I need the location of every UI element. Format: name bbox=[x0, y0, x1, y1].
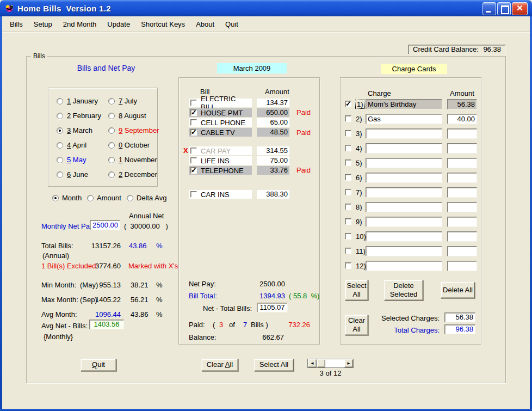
bill-row-life-ins[interactable]: LIFE INS bbox=[189, 156, 252, 165]
monthly-net-pay-input[interactable] bbox=[90, 220, 120, 230]
month-radio-may[interactable]: 5 May bbox=[57, 156, 86, 164]
charge-amount-input[interactable] bbox=[447, 187, 477, 198]
mode-radio-amount[interactable]: Amount bbox=[87, 194, 121, 202]
charge-checkbox[interactable] bbox=[345, 115, 351, 122]
month-radio-october[interactable]: 0 October bbox=[108, 141, 150, 149]
charge-name-input[interactable] bbox=[366, 261, 442, 271]
month-radio-november[interactable]: 1 November bbox=[108, 156, 157, 164]
month-radio-february[interactable]: 2 February bbox=[57, 112, 101, 120]
charge-name-input[interactable] bbox=[366, 99, 442, 109]
charge-name-input[interactable] bbox=[366, 173, 442, 183]
scrollbar-thumb[interactable] bbox=[317, 359, 325, 367]
clear-all-charges-button[interactable]: Clear All bbox=[345, 315, 368, 335]
bill-amount-car-pay[interactable]: 314.55 bbox=[257, 146, 289, 155]
bill-amount-electric[interactable]: 134.37 bbox=[257, 99, 289, 107]
bill-checkbox[interactable] bbox=[190, 100, 197, 106]
delete-selected-button[interactable]: Delete Selected bbox=[384, 280, 423, 300]
charge-checkbox[interactable] bbox=[345, 218, 351, 225]
bill-checkbox[interactable] bbox=[190, 157, 197, 164]
bill-amount-house-pmt[interactable]: 650.00 bbox=[257, 108, 289, 117]
menu-about[interactable]: About bbox=[190, 18, 220, 30]
month-radio-december[interactable]: 2 December bbox=[108, 170, 157, 179]
charge-name-input[interactable] bbox=[366, 114, 442, 124]
charge-amount-input[interactable] bbox=[447, 128, 477, 139]
mode-radio-delta-avg[interactable]: Delta Avg bbox=[127, 194, 166, 202]
menu-update[interactable]: Update bbox=[102, 18, 135, 30]
quit-button[interactable]: Quit bbox=[81, 359, 116, 371]
month-scrollbar[interactable]: ◄ ► bbox=[307, 359, 354, 368]
bill-row-house-pmt[interactable]: HOUSE PMT bbox=[189, 108, 252, 117]
charge-name-input[interactable] bbox=[366, 143, 442, 154]
charge-amount-input[interactable] bbox=[447, 231, 477, 242]
title-bar[interactable]: Home Bills Version 1.2 bbox=[0, 0, 532, 16]
minimize-button[interactable] bbox=[482, 2, 496, 15]
mode-radio-month[interactable]: Month bbox=[52, 194, 82, 202]
delete-all-button[interactable]: Delete All bbox=[441, 282, 475, 298]
month-radio-july[interactable]: 7 July bbox=[108, 97, 137, 105]
bill-amount-life-ins[interactable]: 75.00 bbox=[257, 156, 289, 165]
charge-checkbox[interactable] bbox=[345, 174, 351, 181]
select-all-charges-button[interactable]: Select All bbox=[345, 280, 368, 300]
charge-name-input[interactable] bbox=[366, 246, 442, 256]
charge-name-input[interactable] bbox=[366, 202, 442, 212]
bill-checkbox-checked[interactable] bbox=[190, 167, 197, 174]
charge-name-input[interactable] bbox=[366, 231, 442, 242]
charge-checkbox[interactable] bbox=[345, 160, 351, 166]
charge-amount-input[interactable] bbox=[447, 217, 477, 227]
bill-amount-cell-phone[interactable]: 65.00 bbox=[257, 118, 289, 127]
maximize-button[interactable] bbox=[497, 2, 511, 15]
charge-amount-input[interactable] bbox=[447, 143, 477, 154]
bill-row-cable-tv[interactable]: CABLE TV bbox=[189, 128, 252, 137]
bill-row-car-ins[interactable]: CAR INS bbox=[189, 190, 252, 199]
bill-amount-cable-tv[interactable]: 48.50 bbox=[257, 128, 289, 137]
menu-setup[interactable]: Setup bbox=[28, 18, 58, 30]
charge-amount-input[interactable] bbox=[447, 158, 477, 168]
scroll-left-arrow-icon[interactable]: ◄ bbox=[308, 359, 317, 367]
amount-column-header: Amount bbox=[265, 88, 289, 96]
charge-checkbox[interactable] bbox=[345, 204, 351, 210]
bill-checkbox[interactable] bbox=[190, 148, 197, 154]
bill-row-telephone[interactable]: TELEPHONE bbox=[189, 166, 252, 175]
menu-bills[interactable]: Bills bbox=[4, 18, 28, 30]
month-radio-september[interactable]: 9 September bbox=[108, 126, 159, 134]
charge-checkbox[interactable] bbox=[345, 145, 351, 151]
bill-amount-car-ins[interactable]: 388.30 bbox=[257, 190, 289, 199]
bill-amount-telephone[interactable]: 33.76 bbox=[257, 166, 289, 175]
charge-amount-input[interactable] bbox=[447, 202, 477, 212]
bill-total-pct: ( 55.8 %) bbox=[289, 292, 319, 300]
charge-checkbox[interactable] bbox=[345, 233, 351, 240]
clear-all-bills-button[interactable]: Clear All bbox=[201, 359, 238, 371]
charge-checkbox[interactable] bbox=[345, 262, 351, 269]
charge-amount-input[interactable] bbox=[447, 173, 477, 183]
bill-row-cell-phone[interactable]: CELL PHONE bbox=[189, 118, 252, 127]
bill-checkbox[interactable] bbox=[190, 191, 197, 198]
month-radio-march[interactable]: 3 March bbox=[57, 126, 92, 134]
charge-amount-input[interactable] bbox=[447, 99, 477, 109]
menu-quit[interactable]: Quit bbox=[220, 18, 244, 30]
charge-name-input[interactable] bbox=[366, 217, 442, 227]
charge-checkbox[interactable] bbox=[345, 189, 351, 195]
bill-row-electric[interactable]: ELECTRIC BILL bbox=[189, 99, 252, 107]
bill-checkbox-checked[interactable] bbox=[190, 129, 197, 136]
bill-row-car-pay[interactable]: CAR PAY bbox=[189, 146, 252, 155]
charge-amount-input[interactable] bbox=[447, 114, 477, 124]
month-radio-january[interactable]: 1 January bbox=[57, 97, 98, 105]
bill-checkbox[interactable] bbox=[190, 119, 197, 126]
charge-name-input[interactable] bbox=[366, 128, 442, 139]
bill-checkbox-checked[interactable] bbox=[190, 109, 197, 116]
menu-shortcut-keys[interactable]: Shortcut Keys bbox=[135, 18, 190, 30]
charge-amount-input[interactable] bbox=[447, 261, 477, 271]
charge-checkbox[interactable] bbox=[345, 130, 351, 137]
charge-amount-input[interactable] bbox=[447, 246, 477, 256]
month-radio-august[interactable]: 8 August bbox=[108, 112, 146, 120]
charge-name-input[interactable] bbox=[366, 158, 442, 168]
close-button[interactable] bbox=[512, 2, 528, 15]
menu-2nd-month[interactable]: 2nd Month bbox=[58, 18, 102, 30]
month-radio-april[interactable]: 4 April bbox=[57, 141, 86, 149]
charge-checkbox[interactable] bbox=[345, 248, 351, 254]
charge-checkbox-checked[interactable] bbox=[345, 101, 351, 107]
scroll-right-arrow-icon[interactable]: ► bbox=[344, 359, 353, 367]
select-all-bills-button[interactable]: Select All bbox=[254, 359, 294, 371]
charge-name-input[interactable] bbox=[366, 187, 442, 198]
month-radio-june[interactable]: 6 June bbox=[57, 170, 88, 179]
